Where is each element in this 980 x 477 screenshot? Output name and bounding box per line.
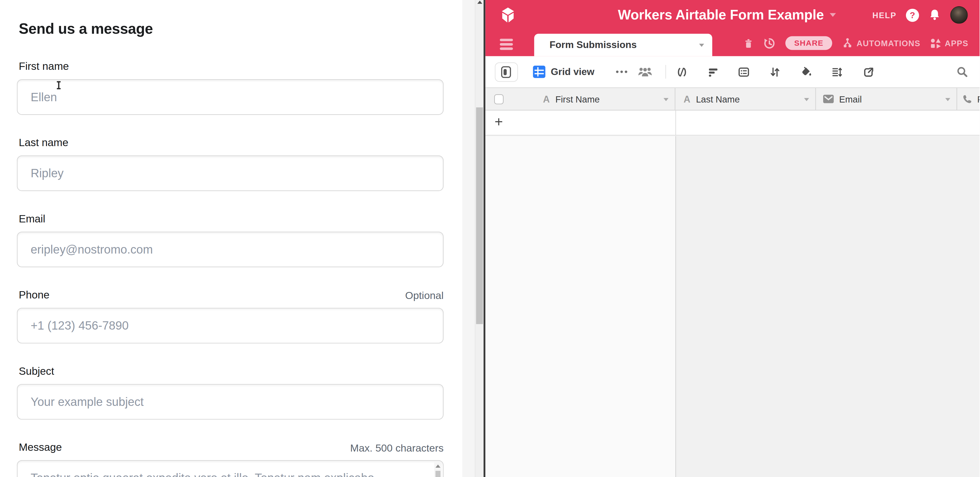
- phone-label: Phone: [19, 289, 49, 301]
- subject-label: Subject: [19, 365, 54, 378]
- phone-placeholder: +1 (123) 456-7890: [31, 319, 129, 333]
- email-input[interactable]: eripley@nostromo.com: [17, 232, 444, 267]
- history-icon[interactable]: [764, 37, 776, 49]
- subject-placeholder: Your example subject: [31, 395, 143, 409]
- sort-icon[interactable]: [769, 56, 780, 87]
- message-group: Message Max. 500 characters Tenetur opti…: [0, 441, 462, 477]
- share-button[interactable]: SHARE: [786, 36, 832, 50]
- grid-canvas-left: [485, 136, 675, 477]
- user-avatar[interactable]: [950, 6, 967, 24]
- view-name-label: Grid view: [551, 66, 594, 77]
- email-placeholder: eripley@nostromo.com: [31, 242, 153, 257]
- tab-form-submissions[interactable]: Form Submissions: [534, 34, 712, 56]
- last-name-input[interactable]: Ripley: [17, 155, 444, 191]
- message-text: Tenetur optio quaerat expedita vero et i…: [31, 472, 374, 477]
- notifications-bell-icon[interactable]: [928, 9, 941, 21]
- email-label: Email: [19, 213, 45, 225]
- airtable-panel: Workers Airtable Form Example HELP ? For…: [485, 0, 980, 477]
- frozen-column-divider: [675, 111, 676, 135]
- column-header-first-name[interactable]: A First Name: [526, 88, 675, 110]
- tabbar-right-cluster: SHARE AUTOMATIONS: [744, 30, 969, 56]
- browser-scrollbar-track[interactable]: [474, 0, 483, 477]
- grid-add-row-strip: +: [485, 111, 980, 135]
- phone-input[interactable]: +1 (123) 456-7890: [17, 308, 444, 343]
- grid-view-switcher[interactable]: Grid view: [533, 56, 594, 87]
- window-divider: [483, 0, 485, 477]
- table-tab-bar: Form Submissions: [485, 30, 980, 56]
- select-all-cell: [485, 88, 525, 110]
- subject-group: Subject Your example subject: [0, 365, 462, 422]
- column-header-email[interactable]: Email: [816, 88, 957, 110]
- text-field-type-icon: A: [684, 93, 690, 104]
- base-title-caret-icon[interactable]: [829, 13, 835, 17]
- frozen-column-divider: [675, 136, 676, 477]
- search-icon[interactable]: [957, 56, 968, 87]
- email-field-type-icon: [823, 94, 834, 103]
- first-name-label: First name: [19, 60, 69, 73]
- sidebar-menu-icon[interactable]: [500, 39, 513, 49]
- first-name-placeholder: Ellen: [31, 90, 57, 104]
- grid-view-icon: [533, 66, 545, 78]
- column-header-phone[interactable]: Phone: [957, 88, 980, 110]
- message-maxchars-hint: Max. 500 characters: [350, 442, 444, 454]
- first-name-input[interactable]: Ellen: [17, 79, 444, 115]
- page-title: Send us a message: [19, 21, 153, 37]
- column-caret-icon[interactable]: [804, 98, 809, 101]
- hide-fields-icon[interactable]: [676, 56, 687, 87]
- filter-icon[interactable]: [708, 56, 718, 87]
- select-all-checkbox[interactable]: [494, 94, 503, 104]
- share-view-icon[interactable]: [863, 56, 874, 87]
- phone-group: Phone Optional +1 (123) 456-7890: [0, 289, 462, 345]
- apps-button[interactable]: APPS: [931, 38, 968, 49]
- message-scrollbar[interactable]: [434, 462, 442, 477]
- column-caret-icon[interactable]: [945, 98, 950, 101]
- apps-label: APPS: [945, 38, 968, 48]
- last-name-label: Last name: [19, 137, 68, 149]
- table-tab-caret-icon[interactable]: [699, 44, 704, 47]
- text-cursor: [58, 81, 59, 89]
- help-question-icon[interactable]: ?: [906, 8, 919, 22]
- browser-scrollbar-thumb[interactable]: [476, 108, 483, 324]
- group-icon[interactable]: [738, 56, 749, 87]
- add-record-button[interactable]: +: [495, 114, 503, 130]
- text-field-type-icon: A: [543, 93, 550, 104]
- grid-empty-canvas: [485, 136, 980, 477]
- column-caret-icon[interactable]: [663, 98, 668, 101]
- automations-button[interactable]: AUTOMATIONS: [842, 37, 920, 49]
- subject-input[interactable]: Your example subject: [17, 384, 444, 420]
- collaborators-icon[interactable]: [638, 56, 652, 87]
- message-label: Message: [19, 441, 62, 454]
- message-scrollbar-thumb[interactable]: [436, 471, 441, 477]
- scroll-up-arrow-icon[interactable]: [436, 464, 441, 467]
- browser-scrollbar-area: [462, 0, 483, 477]
- header-right-cluster: HELP ?: [872, 0, 968, 30]
- automations-label: AUTOMATIONS: [857, 38, 921, 48]
- color-fill-icon[interactable]: [801, 56, 812, 87]
- column-header-last-name[interactable]: A Last Name: [675, 88, 816, 110]
- grid-canvas-right: [676, 136, 980, 477]
- row-height-icon[interactable]: [831, 56, 842, 87]
- last-name-group: Last name Ripley: [0, 137, 462, 193]
- view-toolbar: Grid view: [485, 56, 980, 87]
- grid-column-header-row: A First Name A Last Name Email: [485, 87, 980, 111]
- trash-icon[interactable]: [744, 38, 754, 49]
- message-textarea[interactable]: Tenetur optio quaerat expedita vero et i…: [17, 460, 444, 477]
- phone-optional-hint: Optional: [405, 290, 444, 301]
- table-tab-label: Form Submissions: [549, 40, 637, 51]
- view-options-ellipsis-icon[interactable]: [615, 56, 628, 87]
- base-title[interactable]: Workers Airtable Form Example: [618, 7, 824, 23]
- view-sidebar-toggle-button[interactable]: [495, 63, 518, 82]
- help-button[interactable]: HELP: [872, 10, 897, 20]
- screenshot-root: Send us a message First name Ellen Last …: [0, 0, 980, 477]
- phone-field-type-icon: [962, 94, 972, 104]
- last-name-placeholder: Ripley: [31, 166, 64, 180]
- contact-form-panel: Send us a message First name Ellen Last …: [0, 0, 462, 477]
- toolbar-divider: [665, 65, 666, 79]
- first-name-group: First name Ellen: [0, 60, 462, 117]
- email-group: Email eripley@nostromo.com: [0, 213, 462, 269]
